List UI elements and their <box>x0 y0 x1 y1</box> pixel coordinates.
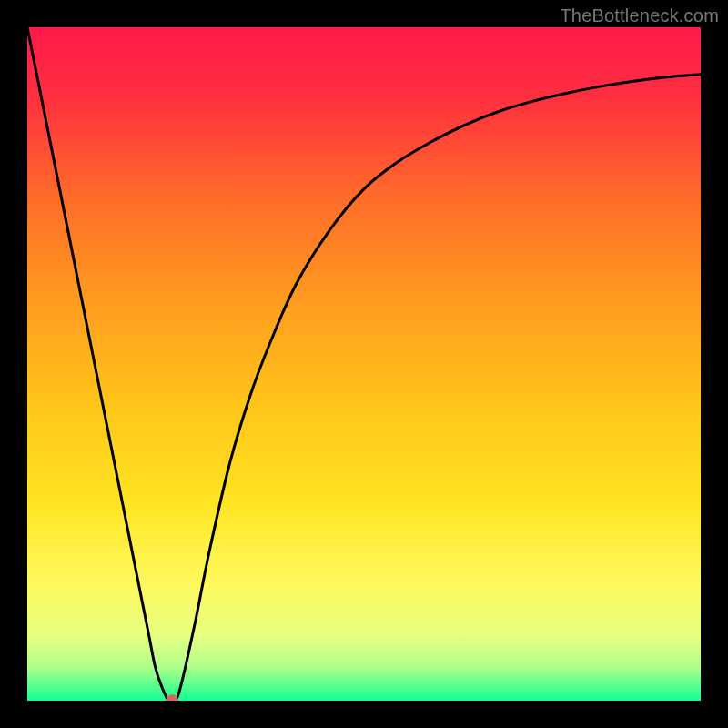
chart-svg <box>27 27 701 701</box>
gradient-background <box>27 27 701 701</box>
chart-container: TheBottleneck.com <box>0 0 728 728</box>
plot-area <box>27 27 701 701</box>
watermark-text: TheBottleneck.com <box>560 5 719 26</box>
